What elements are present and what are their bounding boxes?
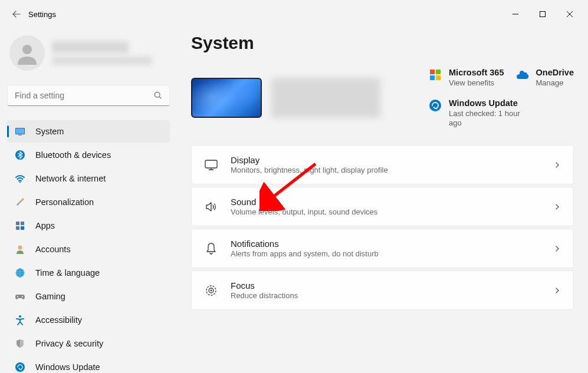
- svg-rect-5: [18, 135, 22, 136]
- sidebar-item-personalization[interactable]: Personalization: [7, 191, 170, 213]
- display-icon: [203, 157, 219, 173]
- sidebar-item-system[interactable]: System: [7, 120, 170, 143]
- search-box[interactable]: [7, 85, 170, 106]
- system-icon: [14, 126, 26, 137]
- search-input[interactable]: [15, 91, 154, 100]
- sidebar-item-time[interactable]: Time & language: [7, 262, 170, 284]
- sidebar-item-apps[interactable]: Apps: [7, 214, 170, 237]
- svg-rect-21: [430, 75, 435, 80]
- nav-label: Network & internet: [35, 174, 106, 183]
- sidebar-item-gaming[interactable]: Gaming: [7, 285, 170, 308]
- sound-icon: [203, 199, 219, 214]
- onedrive-icon: [516, 68, 529, 81]
- svg-rect-19: [430, 70, 435, 74]
- focus-icon: [203, 283, 219, 298]
- setting-title: Sound: [231, 197, 541, 207]
- globe-icon: [14, 267, 26, 279]
- service-title: Microsoft 365: [449, 67, 504, 78]
- back-button[interactable]: [5, 2, 28, 26]
- sidebar-item-update[interactable]: Windows Update: [7, 356, 170, 373]
- window-controls: [502, 5, 583, 24]
- service-onedrive[interactable]: OneDrive Manage: [516, 67, 574, 88]
- bluetooth-icon: [14, 149, 26, 161]
- svg-point-16: [22, 296, 23, 298]
- setting-display[interactable]: Display Monitors, brightness, night ligh…: [191, 145, 574, 184]
- settings-list: Display Monitors, brightness, night ligh…: [191, 145, 574, 310]
- maximize-icon: [540, 11, 546, 17]
- update-icon: [14, 361, 26, 373]
- sidebar-item-accounts[interactable]: Accounts: [7, 238, 170, 260]
- svg-point-12: [18, 246, 22, 250]
- user-info: [52, 41, 167, 65]
- setting-desc: Alerts from apps and system, do not dist…: [231, 249, 541, 258]
- accessibility-icon: [14, 314, 26, 326]
- svg-rect-10: [16, 226, 19, 230]
- svg-rect-24: [205, 160, 217, 168]
- service-title: Windows Update: [449, 98, 531, 109]
- svg-point-15: [17, 296, 18, 298]
- device-info-redacted: [271, 78, 380, 118]
- wifi-icon: [14, 173, 26, 184]
- window-title: Settings: [28, 10, 56, 19]
- apps-icon: [14, 220, 26, 232]
- setting-focus[interactable]: Focus Reduce distractions: [191, 270, 574, 310]
- gaming-icon: [14, 291, 26, 302]
- display-thumbnail: [191, 78, 262, 118]
- chevron-right-icon: [553, 161, 561, 169]
- user-name-redacted: [52, 41, 129, 53]
- nav-label: Accounts: [35, 245, 71, 254]
- setting-desc: Reduce distractions: [231, 291, 541, 300]
- svg-rect-20: [436, 70, 441, 74]
- sidebar-item-network[interactable]: Network & internet: [7, 167, 170, 190]
- service-sub: View benefits: [449, 78, 504, 88]
- svg-point-2: [155, 92, 160, 97]
- sidebar-item-bluetooth[interactable]: Bluetooth & devices: [7, 144, 170, 166]
- setting-desc: Volume levels, output, input, sound devi…: [231, 207, 541, 216]
- services-grid: Microsoft 365 View benefits OneDrive Man…: [429, 67, 574, 128]
- svg-rect-8: [16, 222, 19, 225]
- sidebar-item-privacy[interactable]: Privacy & security: [7, 332, 170, 355]
- account-icon: [14, 243, 26, 255]
- service-m365[interactable]: Microsoft 365 View benefits: [429, 67, 504, 88]
- m365-icon: [429, 68, 442, 81]
- maximize-button[interactable]: [529, 5, 556, 24]
- setting-title: Focus: [231, 280, 541, 291]
- svg-rect-0: [540, 12, 546, 17]
- minimize-button[interactable]: [502, 5, 529, 24]
- user-email-redacted: [52, 57, 152, 65]
- user-section[interactable]: [7, 33, 170, 73]
- svg-point-7: [19, 181, 21, 183]
- nav-label: Apps: [35, 221, 55, 230]
- nav-label: Bluetooth & devices: [35, 150, 111, 160]
- svg-point-23: [429, 100, 441, 111]
- setting-notifications[interactable]: Notifications Alerts from apps and syste…: [191, 229, 574, 268]
- user-avatar-icon: [15, 41, 39, 65]
- chevron-right-icon: [553, 286, 561, 295]
- title-bar: Settings: [0, 0, 588, 28]
- svg-rect-4: [16, 128, 24, 134]
- nav-label: Time & language: [35, 268, 100, 278]
- setting-title: Display: [231, 155, 541, 165]
- back-arrow-icon: [12, 9, 21, 19]
- page-title: System: [191, 33, 574, 53]
- main-content: System Microsoft 365 View benefits: [177, 28, 588, 373]
- close-button[interactable]: [556, 5, 583, 24]
- device-box[interactable]: [191, 67, 380, 128]
- svg-point-17: [19, 315, 21, 318]
- shield-icon: [14, 338, 26, 349]
- nav-label: Privacy & security: [35, 339, 103, 348]
- close-icon: [567, 11, 573, 17]
- system-overview-row: Microsoft 365 View benefits OneDrive Man…: [191, 67, 574, 128]
- svg-point-18: [15, 362, 25, 372]
- service-windows-update[interactable]: Windows Update Last checked: 1 hour ago: [429, 98, 574, 129]
- nav-label: Accessibility: [35, 315, 82, 325]
- setting-sound[interactable]: Sound Volume levels, output, input, soun…: [191, 187, 574, 226]
- svg-point-1: [22, 45, 32, 54]
- svg-rect-11: [21, 226, 24, 230]
- nav-label: Windows Update: [35, 362, 100, 372]
- chevron-right-icon: [553, 203, 561, 211]
- service-sub: Last checked: 1 hour ago: [449, 109, 531, 129]
- nav-label: Personalization: [35, 197, 94, 207]
- sidebar-item-accessibility[interactable]: Accessibility: [7, 309, 170, 331]
- setting-desc: Monitors, brightness, night light, displ…: [231, 166, 541, 174]
